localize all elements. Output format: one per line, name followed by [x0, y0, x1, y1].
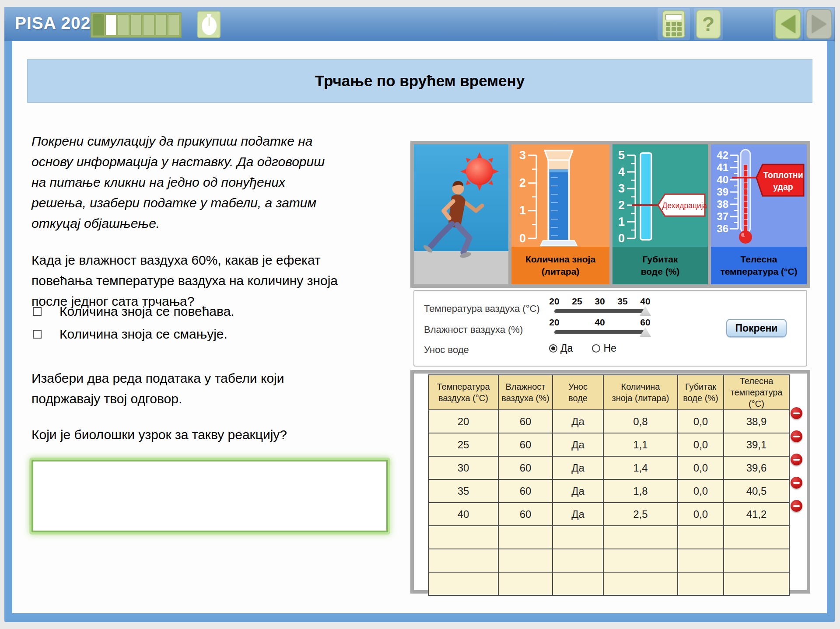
help-button[interactable]: ? — [696, 10, 721, 38]
temperature-slider-track[interactable] — [554, 309, 645, 313]
slider-tick-label: 40 — [595, 317, 605, 328]
progress-step-current — [105, 14, 117, 35]
table-cell[interactable]: 0,8 — [603, 410, 678, 433]
water-loss-gauge-panel: 5 4 3 2 1 0 Дехидрација Губитак воде (%) — [612, 144, 708, 284]
svg-text:5: 5 — [618, 149, 625, 162]
table-cell[interactable]: Да — [553, 503, 603, 526]
table-cell[interactable]: 0,0 — [678, 433, 724, 456]
table-cell[interactable]: Да — [553, 456, 603, 479]
table-row-empty[interactable] — [428, 572, 789, 595]
temperature-slider-thumb[interactable] — [640, 306, 651, 316]
progress-step-todo — [143, 14, 154, 35]
table-cell[interactable]: 60 — [498, 410, 553, 433]
table-row[interactable]: 4060Да2,50,041,2 — [428, 503, 789, 526]
answer-textarea[interactable] — [32, 460, 388, 532]
task-title-banner: Трчање по врућем времену — [27, 59, 812, 103]
minus-icon — [793, 482, 800, 484]
back-button-backdrop — [773, 8, 803, 40]
table-cell[interactable]: 2,5 — [603, 503, 678, 526]
table-cell[interactable]: 35 — [428, 479, 498, 503]
results-table: Температура ваздуха (°C) Влажност ваздух… — [428, 374, 790, 596]
column-header: Унос воде — [553, 375, 603, 410]
forward-button[interactable] — [806, 9, 832, 39]
body-temp-gauge-panel: 42 41 40 39 38 37 36 — [711, 144, 807, 284]
remove-row-button[interactable] — [791, 430, 802, 442]
humidity-slider-label: Влажност ваздуха (%) — [424, 324, 523, 335]
table-cell[interactable]: 41,2 — [724, 503, 789, 526]
table-cell[interactable]: 20 — [428, 410, 498, 433]
table-cell[interactable]: 39,6 — [724, 456, 789, 479]
table-cell[interactable]: 1,4 — [603, 456, 678, 479]
table-cell[interactable]: Да — [553, 410, 603, 433]
table-cell[interactable]: 0,0 — [678, 503, 724, 526]
table-cell — [724, 549, 789, 572]
humidity-slider-thumb[interactable] — [640, 327, 651, 337]
svg-text:36: 36 — [717, 223, 728, 234]
temperature-slider-label: Температура ваздуха (°C) — [424, 303, 540, 314]
water-loss-tube-gauge: 5 4 3 2 1 0 Дехидрација — [612, 144, 708, 247]
table-cell[interactable]: 0,0 — [678, 479, 724, 503]
bio-question-text: Који је биолошки узрок за такву реакцију… — [32, 424, 287, 445]
sweat-gauge-panel: 3 2 1 0 — [511, 144, 609, 284]
table-cell[interactable]: 38,9 — [724, 410, 789, 433]
svg-text:4: 4 — [618, 165, 625, 178]
water-intake-yes[interactable]: Да — [549, 342, 573, 354]
answer-option-increase[interactable]: Количина зноја се повећава. — [33, 303, 234, 320]
svg-text:3: 3 — [618, 182, 625, 195]
remove-row-button[interactable] — [791, 454, 802, 465]
table-cell[interactable]: 0,0 — [678, 410, 724, 433]
table-row-empty[interactable] — [428, 549, 789, 572]
slider-tick-label: 30 — [595, 296, 605, 307]
app-frame: PISA 2025 ? — [4, 7, 835, 622]
table-row[interactable]: 2060Да0,80,038,9 — [428, 410, 789, 433]
table-cell[interactable]: 39,1 — [724, 433, 789, 456]
column-header: Количина зноја (литара) — [603, 375, 678, 410]
table-row[interactable]: 3060Да1,40,039,6 — [428, 456, 789, 479]
minus-icon — [793, 505, 800, 507]
remove-row-button[interactable] — [791, 407, 802, 419]
back-button[interactable] — [775, 9, 801, 39]
checkbox-icon[interactable] — [33, 330, 42, 339]
table-cell[interactable]: 40,5 — [724, 479, 789, 503]
radio-unselected-icon[interactable] — [592, 344, 600, 353]
table-row[interactable]: 2560Да1,10,039,1 — [428, 433, 789, 456]
forward-button-backdrop — [804, 8, 834, 40]
minus-icon — [793, 436, 800, 437]
svg-text:1: 1 — [618, 215, 625, 228]
humidity-slider-track[interactable] — [554, 330, 645, 334]
water-intake-no[interactable]: Не — [592, 342, 616, 354]
table-cell[interactable]: 30 — [428, 456, 498, 479]
instructions-text: Покрени симулацију да прикупиш податке н… — [32, 131, 325, 234]
remove-row-button[interactable] — [791, 500, 802, 512]
table-cell[interactable]: 0,0 — [678, 456, 724, 479]
svg-text:3: 3 — [519, 149, 526, 162]
answer-option-decrease[interactable]: Количина зноја се смањује. — [33, 325, 228, 343]
checkbox-icon[interactable] — [33, 307, 42, 316]
table-cell[interactable]: 1,1 — [603, 433, 678, 456]
table-cell[interactable]: 60 — [498, 433, 553, 456]
calculator-button[interactable] — [662, 10, 685, 38]
run-simulation-button[interactable]: Покрени — [726, 319, 787, 337]
table-cell[interactable]: 1,8 — [603, 479, 678, 503]
progress-step-todo — [168, 14, 179, 35]
question-text: Када је влажност ваздуха 60%, какав је е… — [32, 250, 338, 311]
table-row-empty[interactable] — [428, 526, 789, 549]
slider-tick-label: 60 — [640, 317, 650, 328]
table-cell[interactable]: Да — [553, 479, 603, 503]
minus-icon — [793, 459, 800, 461]
remove-row-button[interactable] — [791, 477, 802, 489]
table-cell — [724, 572, 789, 595]
slider-tick-label: 20 — [549, 296, 559, 307]
radio-selected-icon[interactable] — [549, 344, 557, 353]
svg-text:0: 0 — [519, 232, 526, 245]
table-cell[interactable]: 60 — [498, 479, 553, 503]
table-cell[interactable]: 25 — [428, 433, 498, 456]
table-cell[interactable]: 40 — [428, 503, 498, 526]
table-row[interactable]: 3560Да1,80,040,5 — [428, 479, 789, 503]
column-header: Температура ваздуха (°C) — [428, 375, 498, 410]
table-cell[interactable]: 60 — [498, 503, 553, 526]
table-cell — [603, 549, 678, 572]
water-intake-label: Унос воде — [424, 344, 469, 356]
table-cell[interactable]: 60 — [498, 456, 553, 479]
table-cell[interactable]: Да — [553, 433, 603, 456]
